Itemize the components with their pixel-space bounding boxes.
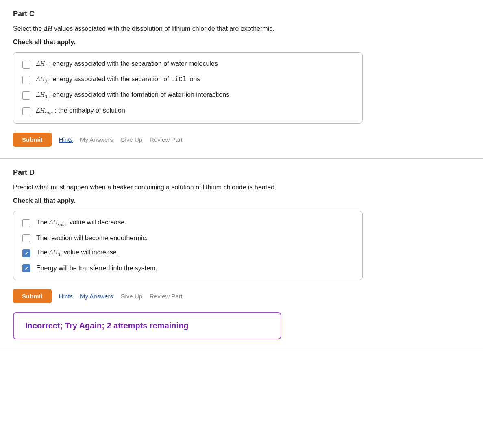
part-c-action-row: Submit Hints My Answers Give Up Review P… — [13, 133, 470, 147]
part-c-checkbox-1[interactable] — [22, 61, 30, 69]
part-d-check-all: Check all that apply. — [13, 197, 470, 204]
part-c-instruction: Select the ΔH values associated with the… — [13, 24, 470, 34]
part-c-option-3: ΔH3 : energy associated with the formati… — [22, 91, 353, 100]
part-c-title: Part C — [13, 10, 470, 18]
part-d-hints-link[interactable]: Hints — [59, 293, 73, 300]
part-d-checkbox-4[interactable] — [22, 264, 30, 272]
part-d-option-4-label: Energy will be transferred into the syst… — [36, 265, 157, 272]
part-c-option-1: ΔH1 : energy associated with the separat… — [22, 60, 353, 69]
part-d-options-box: The ΔHsoln value will decrease. The reac… — [13, 211, 363, 280]
part-c-checkbox-2[interactable] — [22, 76, 30, 84]
part-c-options-box: ΔH1 : energy associated with the separat… — [13, 52, 363, 124]
part-d-checkbox-1[interactable] — [22, 219, 30, 227]
part-d-option-1: The ΔHsoln value will decrease. — [22, 219, 353, 228]
part-c-hints-link[interactable]: Hints — [59, 136, 73, 143]
part-c-checkbox-3[interactable] — [22, 91, 30, 100]
part-d-submit-button[interactable]: Submit — [13, 289, 52, 303]
part-c-option-4: ΔHsoln : the enthalpy of solution — [22, 107, 353, 116]
part-c-section: Part C Select the ΔH values associated w… — [0, 0, 483, 159]
part-d-action-row: Submit Hints My Answers Give Up Review P… — [13, 289, 470, 303]
part-c-give-up-text[interactable]: Give Up — [120, 136, 142, 143]
part-c-option-3-label: ΔH3 : energy associated with the formati… — [36, 91, 229, 100]
part-d-feedback-text: Incorrect; Try Again; 2 attempts remaini… — [25, 321, 189, 330]
part-c-option-2: ΔH2 : energy associated with the separat… — [22, 76, 353, 85]
part-d-checkbox-3[interactable] — [22, 249, 30, 257]
part-c-review-part-text[interactable]: Review Part — [150, 136, 183, 143]
part-d-option-3: The ΔH3 value will increase. — [22, 249, 353, 258]
part-c-option-4-label: ΔHsoln : the enthalpy of solution — [36, 107, 125, 116]
part-c-submit-button[interactable]: Submit — [13, 133, 52, 147]
part-d-option-3-label: The ΔH3 value will increase. — [36, 249, 118, 258]
part-d-review-part-text[interactable]: Review Part — [150, 293, 183, 300]
part-d-give-up-text[interactable]: Give Up — [120, 293, 142, 300]
part-d-checkbox-2[interactable] — [22, 234, 30, 242]
part-d-feedback-box: Incorrect; Try Again; 2 attempts remaini… — [13, 312, 281, 339]
part-d-option-4: Energy will be transferred into the syst… — [22, 264, 353, 272]
part-c-check-all: Check all that apply. — [13, 39, 470, 46]
part-d-title: Part D — [13, 168, 470, 177]
part-c-option-2-label: ΔH2 : energy associated with the separat… — [36, 76, 200, 85]
part-d-option-1-label: The ΔHsoln value will decrease. — [36, 219, 126, 228]
part-d-option-2-label: The reaction will become endothermic. — [36, 235, 148, 242]
part-d-instruction: Predict what must happen when a beaker c… — [13, 183, 470, 192]
part-d-section: Part D Predict what must happen when a b… — [0, 159, 483, 351]
part-c-option-1-label: ΔH1 : energy associated with the separat… — [36, 60, 218, 69]
part-c-my-answers-text[interactable]: My Answers — [80, 136, 113, 143]
part-d-option-2: The reaction will become endothermic. — [22, 234, 353, 242]
part-c-checkbox-4[interactable] — [22, 107, 30, 115]
part-d-my-answers-link[interactable]: My Answers — [80, 293, 113, 300]
